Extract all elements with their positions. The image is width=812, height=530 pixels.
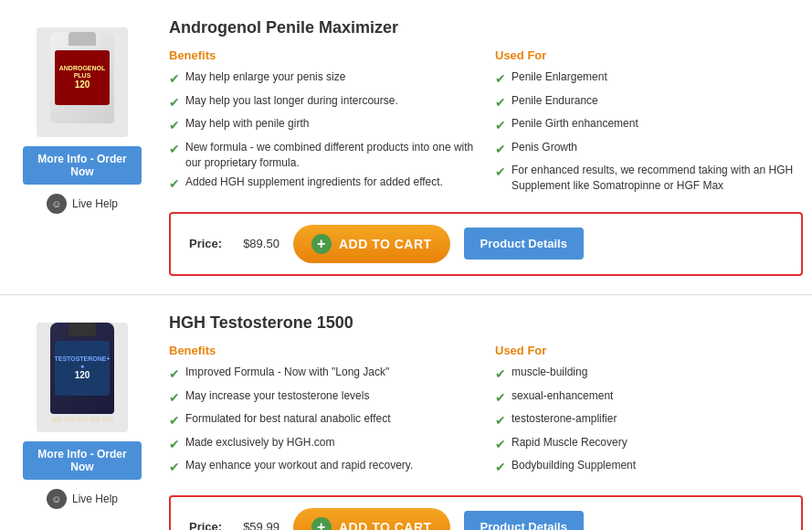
used-for-item-2-2: ✔ testosterone-amplifier xyxy=(495,411,803,430)
benefit-item-1-4: ✔ Added HGH supplement ingredients for a… xyxy=(169,175,477,194)
add-to-cart-button-1[interactable]: + ADD TO CART xyxy=(293,225,450,263)
check-icon: ✔ xyxy=(495,459,506,477)
used-for-item-1-2: ✔ Penile Girth enhancement xyxy=(495,116,803,135)
check-icon: ✔ xyxy=(169,117,180,135)
used-for-item-1-4: ✔ For enhanced results, we recommend tak… xyxy=(495,163,803,194)
benefits-row-2: Benefits ✔ Improved Formula - Now with "… xyxy=(169,344,803,482)
price-value-1: $89.50 xyxy=(243,237,279,250)
used-for-item-1-3: ✔ Penis Growth xyxy=(495,140,803,159)
benefits-label-2: Benefits xyxy=(169,344,477,357)
check-icon: ✔ xyxy=(495,436,506,454)
benefit-item-2-2: ✔ Formulated for best natural anabolic e… xyxy=(169,411,477,430)
check-icon: ✔ xyxy=(169,366,180,384)
benefits-col-2: Benefits ✔ Improved Formula - Now with "… xyxy=(169,344,477,482)
product-content-1: Androgenol Penile Maximizer Benefits ✔ M… xyxy=(155,18,803,276)
live-help-icon-2: ☺ xyxy=(47,489,67,509)
product-content-2: HGH Testosterone 1500 Benefits ✔ Improve… xyxy=(155,313,803,530)
benefit-item-2-3: ✔ Made exclusively by HGH.com xyxy=(169,435,477,454)
benefit-item-1-0: ✔ May help enlarge your penis size xyxy=(169,69,477,89)
order-now-button-1[interactable]: More Info - Order Now xyxy=(23,146,142,185)
benefit-item-1-1: ✔ May help you last longer during interc… xyxy=(169,93,477,112)
used-for-item-2-0: ✔ muscle-building xyxy=(495,365,803,384)
plus-icon-2: + xyxy=(311,517,332,530)
benefit-item-2-0: ✔ Improved Formula - Now with "Long Jack… xyxy=(169,365,477,384)
cart-box-1: Price: $89.50 + ADD TO CART Product Deta… xyxy=(169,212,803,276)
live-help-1[interactable]: ☺ Live Help xyxy=(47,194,118,214)
product-title-2: HGH Testosterone 1500 xyxy=(169,313,803,333)
check-icon: ✔ xyxy=(169,389,180,408)
check-icon: ✔ xyxy=(169,94,180,112)
used-for-item-1-0: ✔ Penile Enlargement xyxy=(495,69,803,89)
benefits-label-1: Benefits xyxy=(169,48,477,62)
product-image-1: ANDROGENOLPLUS120 xyxy=(37,27,128,137)
used-for-item-2-3: ✔ Rapid Muscle Recovery xyxy=(495,435,803,454)
check-icon: ✔ xyxy=(495,164,506,182)
check-icon: ✔ xyxy=(495,141,506,159)
benefit-item-2-4: ✔ May enhance your workout and rapid rec… xyxy=(169,458,477,477)
check-icon: ✔ xyxy=(169,459,180,477)
benefits-col-1: Benefits ✔ May help enlarge your penis s… xyxy=(169,48,477,198)
price-label-1: Price: xyxy=(189,237,222,250)
product-section-1: ANDROGENOLPLUS120 More Info - Order Now … xyxy=(0,0,812,295)
order-now-button-2[interactable]: More Info - Order Now xyxy=(23,441,142,480)
check-icon: ✔ xyxy=(169,141,180,159)
benefit-item-2-1: ✔ May increase your testosterone levels xyxy=(169,388,477,408)
used-for-item-2-1: ✔ sexual-enhancement xyxy=(495,388,803,408)
live-help-2[interactable]: ☺ Live Help xyxy=(47,489,118,509)
add-to-cart-button-2[interactable]: + ADD TO CART xyxy=(293,508,450,530)
check-icon: ✔ xyxy=(495,70,506,89)
used-for-label-2: Used For xyxy=(495,344,803,357)
check-icon: ✔ xyxy=(495,366,506,384)
product-details-button-1[interactable]: Product Details xyxy=(464,228,584,260)
product-title-1: Androgenol Penile Maximizer xyxy=(169,18,803,37)
product-details-button-2[interactable]: Product Details xyxy=(464,511,584,530)
used-for-col-1: Used For ✔ Penile Enlargement ✔ Penile E… xyxy=(495,48,803,198)
plus-icon-1: + xyxy=(311,234,332,254)
check-icon: ✔ xyxy=(495,94,506,112)
used-for-col-2: Used For ✔ muscle-building ✔ sexual-enha… xyxy=(495,344,803,482)
used-for-label-1: Used For xyxy=(495,48,803,62)
product-sidebar-1: ANDROGENOLPLUS120 More Info - Order Now … xyxy=(9,18,155,276)
check-icon: ✔ xyxy=(495,412,506,430)
check-icon: ✔ xyxy=(169,175,180,194)
used-for-item-1-1: ✔ Penile Endurance xyxy=(495,93,803,112)
add-to-cart-label-1: ADD TO CART xyxy=(339,237,432,251)
product-sidebar-2: TESTOSTERONE+●120 More Info - Order Now … xyxy=(9,313,155,530)
used-for-item-2-4: ✔ Bodybuilding Supplement xyxy=(495,458,803,477)
live-help-label-2: Live Help xyxy=(72,493,118,505)
add-to-cart-label-2: ADD TO CART xyxy=(339,520,432,530)
product-image-2: TESTOSTERONE+●120 xyxy=(37,323,128,432)
live-help-icon-1: ☺ xyxy=(47,194,67,214)
check-icon: ✔ xyxy=(495,117,506,135)
benefit-item-1-3: ✔ New formula - we combined different pr… xyxy=(169,140,477,171)
check-icon: ✔ xyxy=(169,70,180,89)
benefits-row-1: Benefits ✔ May help enlarge your penis s… xyxy=(169,48,803,198)
product-section-2: TESTOSTERONE+●120 More Info - Order Now … xyxy=(0,295,812,530)
check-icon: ✔ xyxy=(169,436,180,454)
benefit-item-1-2: ✔ May help with penile girth xyxy=(169,116,477,135)
price-label-2: Price: xyxy=(189,520,222,530)
check-icon: ✔ xyxy=(169,412,180,430)
cart-box-2: Price: $59.99 + ADD TO CART Product Deta… xyxy=(169,495,803,530)
live-help-label-1: Live Help xyxy=(72,197,118,210)
price-value-2: $59.99 xyxy=(243,520,279,530)
check-icon: ✔ xyxy=(495,389,506,408)
